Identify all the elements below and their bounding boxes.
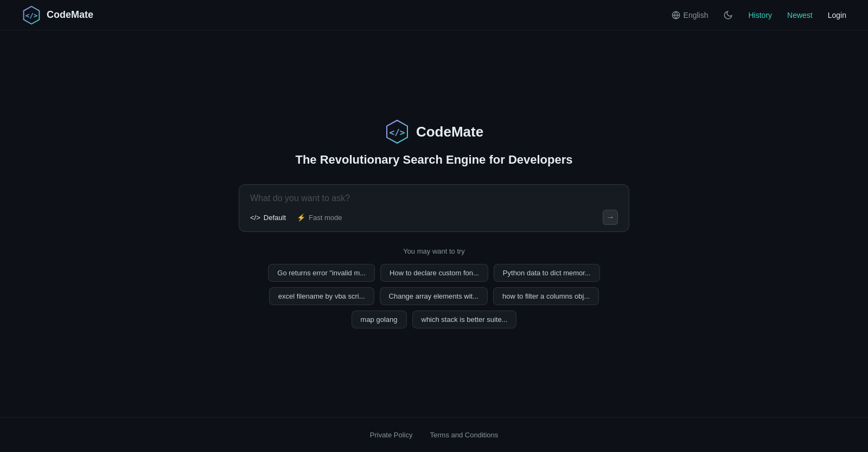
suggestions-row-3: map golang which stack is better suite..… xyxy=(352,311,517,328)
center-logo-name: CodeMate xyxy=(416,124,483,140)
submit-arrow: → xyxy=(606,212,615,222)
search-box: </> Default ⚡ Fast mode → xyxy=(239,184,629,232)
suggestion-chip-5[interactable]: Change array elements wit... xyxy=(380,287,488,305)
suggestion-chip-1[interactable]: Go returns error "invalid m... xyxy=(268,264,375,282)
fast-icon: ⚡ xyxy=(297,214,305,222)
language-label: English xyxy=(684,11,709,20)
center-logo-icon: </> xyxy=(385,119,410,144)
suggestion-chip-7[interactable]: map golang xyxy=(352,311,407,328)
navbar: </> CodeMate English History Newest Logi… xyxy=(0,0,868,30)
history-link[interactable]: History xyxy=(748,11,772,20)
footer: Private Policy Terms and Conditions xyxy=(0,417,868,452)
globe-icon xyxy=(672,11,680,20)
brand-logo[interactable]: </> CodeMate xyxy=(22,5,93,25)
fast-mode-button[interactable]: ⚡ Fast mode xyxy=(297,214,342,222)
suggestions-label: You may want to try xyxy=(403,247,465,255)
brand-icon: </> xyxy=(22,5,41,25)
suggestion-chip-6[interactable]: how to filter a columns obj... xyxy=(493,287,599,305)
search-input[interactable] xyxy=(250,193,618,203)
suggestion-chip-8[interactable]: which stack is better suite... xyxy=(412,311,517,328)
search-modes: </> Default ⚡ Fast mode xyxy=(250,214,342,222)
terms-link[interactable]: Terms and Conditions xyxy=(430,431,499,439)
search-submit-button[interactable]: → xyxy=(603,210,618,225)
main-content: </> CodeMate The Revolutionary Search En… xyxy=(0,30,868,417)
center-logo: </> CodeMate xyxy=(385,119,483,144)
suggestions-row-1: Go returns error "invalid m... How to de… xyxy=(268,264,599,282)
privacy-policy-link[interactable]: Private Policy xyxy=(370,431,413,439)
code-icon: </> xyxy=(250,214,260,222)
brand-name: CodeMate xyxy=(47,9,93,21)
suggestion-chip-3[interactable]: Python data to dict memor... xyxy=(494,264,600,282)
moon-icon xyxy=(723,10,733,20)
suggestion-chip-2[interactable]: How to declare custom fon... xyxy=(380,264,488,282)
tagline: The Revolutionary Search Engine for Deve… xyxy=(295,153,572,167)
language-selector[interactable]: English xyxy=(672,11,709,20)
default-mode-label: Default xyxy=(264,214,286,222)
suggestion-chip-4[interactable]: excel filename by vba scri... xyxy=(269,287,374,305)
newest-link[interactable]: Newest xyxy=(787,11,813,20)
search-footer: </> Default ⚡ Fast mode → xyxy=(250,210,618,225)
theme-toggle[interactable] xyxy=(723,10,733,20)
login-link[interactable]: Login xyxy=(828,11,846,20)
svg-text:</>: </> xyxy=(389,127,405,138)
default-mode-button[interactable]: </> Default xyxy=(250,214,286,222)
fast-mode-label: Fast mode xyxy=(309,214,342,222)
navbar-right: English History Newest Login xyxy=(672,10,846,20)
svg-text:</>: </> xyxy=(25,11,38,20)
suggestions-container: Go returns error "invalid m... How to de… xyxy=(239,264,629,328)
suggestions-row-2: excel filename by vba scri... Change arr… xyxy=(269,287,599,305)
